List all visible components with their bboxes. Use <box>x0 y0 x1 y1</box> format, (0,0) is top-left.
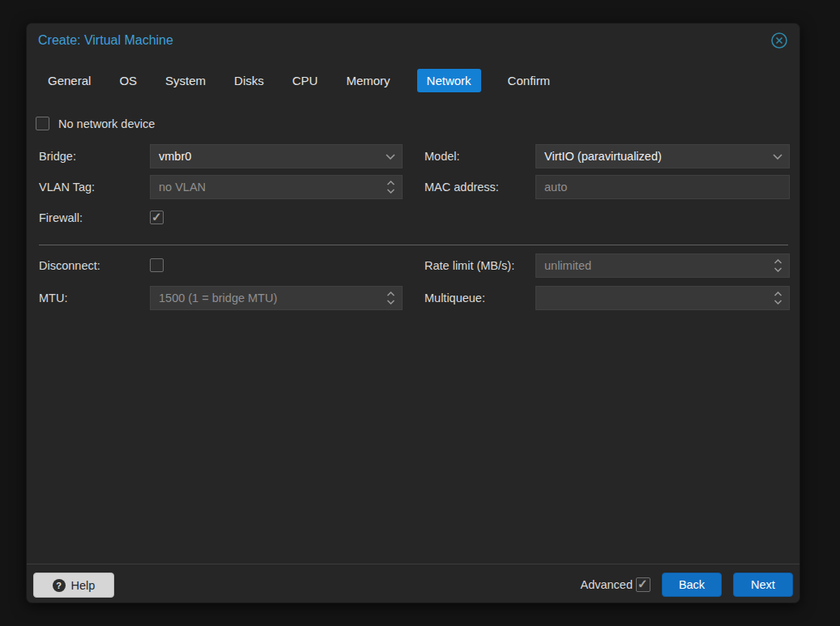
vlan-tag-label: VLAN Tag: <box>39 180 95 194</box>
section-divider <box>39 245 788 245</box>
mac-address-placeholder: auto <box>544 181 567 194</box>
question-icon: ? <box>53 579 66 592</box>
bridge-value: vmbr0 <box>159 150 191 163</box>
mtu-label: MTU: <box>39 291 67 305</box>
vlan-tag-placeholder: no VLAN <box>159 181 206 194</box>
no-network-device-label: No network device <box>58 117 155 131</box>
back-button[interactable]: Back <box>662 573 722 597</box>
model-label: Model: <box>424 149 460 164</box>
create-vm-dialog: Create: Virtual Machine General OS Syste… <box>26 23 800 603</box>
rate-limit-spinner[interactable]: unlimited <box>535 253 790 278</box>
page-background: { "dialog": { "title": "Create: Virtual … <box>0 0 840 626</box>
disconnect-checkbox[interactable] <box>150 258 164 272</box>
footer-divider <box>27 564 799 564</box>
spinner-arrows-icon[interactable] <box>386 287 395 309</box>
multiqueue-label: Multiqueue: <box>424 291 485 305</box>
advanced-label: Advanced <box>480 578 633 591</box>
help-button[interactable]: ? Help <box>33 573 114 598</box>
multiqueue-spinner[interactable] <box>535 286 790 310</box>
firewall-checkbox[interactable] <box>150 211 164 224</box>
tab-os[interactable]: OS <box>117 69 139 92</box>
rate-limit-placeholder: unlimited <box>544 259 591 272</box>
mtu-placeholder: 1500 (1 = bridge MTU) <box>159 292 277 304</box>
next-button[interactable]: Next <box>733 573 793 597</box>
no-network-device-checkbox[interactable] <box>36 117 49 130</box>
model-combobox[interactable]: VirtIO (paravirtualized) <box>535 144 790 168</box>
spinner-arrows-icon[interactable] <box>774 254 782 277</box>
tab-cpu[interactable]: CPU <box>291 69 320 92</box>
tab-network[interactable]: Network <box>417 69 481 92</box>
dialog-title: Create: Virtual Machine <box>38 33 173 48</box>
help-button-label: Help <box>71 579 96 592</box>
mtu-spinner[interactable]: 1500 (1 = bridge MTU) <box>150 286 403 310</box>
close-icon[interactable] <box>770 32 788 49</box>
chevron-down-icon[interactable] <box>386 145 395 168</box>
mac-address-input[interactable]: auto <box>535 175 790 199</box>
bridge-combobox[interactable]: vmbr0 <box>150 144 403 168</box>
tab-disks[interactable]: Disks <box>232 69 266 92</box>
chevron-down-icon[interactable] <box>773 145 782 168</box>
firewall-label: Firewall: <box>39 211 83 225</box>
tab-system[interactable]: System <box>164 69 207 92</box>
spinner-arrows-icon[interactable] <box>774 287 782 309</box>
vlan-tag-spinner[interactable]: no VLAN <box>150 175 403 199</box>
tab-bar: General OS System Disks CPU Memory Netwo… <box>46 69 788 92</box>
bridge-label: Bridge: <box>39 149 76 164</box>
disconnect-label: Disconnect: <box>39 258 100 273</box>
tab-general[interactable]: General <box>46 69 92 92</box>
rate-limit-label: Rate limit (MB/s): <box>424 258 514 273</box>
mac-address-label: MAC address: <box>424 180 499 194</box>
advanced-checkbox[interactable] <box>636 577 650 592</box>
model-value: VirtIO (paravirtualized) <box>544 150 662 163</box>
spinner-arrows-icon[interactable] <box>386 176 395 198</box>
tab-memory[interactable]: Memory <box>344 69 391 92</box>
tab-confirm[interactable]: Confirm <box>506 69 552 92</box>
